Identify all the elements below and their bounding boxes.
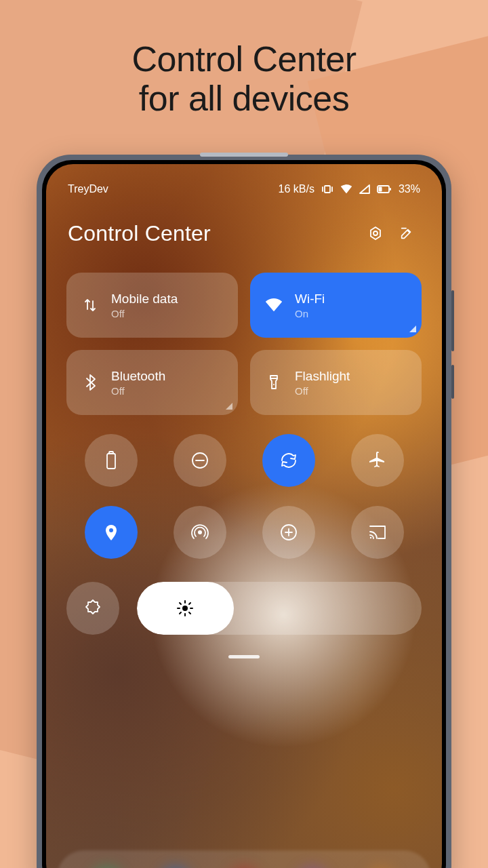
svg-rect-7 bbox=[109, 452, 113, 454]
phone-screen: TreyDev 16 kB/s 33% Control Center bbox=[46, 164, 442, 868]
status-battery-pct: 33% bbox=[399, 183, 420, 195]
svg-rect-6 bbox=[107, 454, 115, 469]
cast-icon bbox=[367, 524, 388, 541]
tile-label: Wi-Fi bbox=[295, 292, 325, 307]
phone-frame: TreyDev 16 kB/s 33% Control Center bbox=[37, 155, 451, 868]
toggle-auto-brightness[interactable] bbox=[66, 582, 119, 635]
airplane-icon bbox=[367, 450, 388, 471]
promo-headline: Control Center for all devices bbox=[0, 39, 488, 118]
toggle-battery-saver[interactable] bbox=[85, 434, 138, 487]
settings-button[interactable] bbox=[362, 220, 389, 247]
toggle-hotspot[interactable] bbox=[174, 506, 226, 559]
svg-rect-3 bbox=[390, 188, 391, 191]
flashlight-icon bbox=[264, 374, 284, 391]
tile-label: Flashlight bbox=[295, 369, 350, 384]
bluetooth-icon bbox=[80, 374, 100, 391]
tile-state: Off bbox=[111, 308, 178, 319]
svg-point-13 bbox=[182, 606, 188, 611]
rotate-icon bbox=[278, 450, 300, 471]
headline-line-1: Control Center bbox=[131, 39, 356, 79]
toggle-location[interactable] bbox=[85, 506, 138, 559]
toggle-data-saver[interactable] bbox=[262, 506, 315, 559]
expand-corner-icon bbox=[409, 326, 416, 332]
gear-hex-icon bbox=[367, 225, 384, 241]
expand-corner-icon bbox=[226, 403, 232, 410]
svg-point-5 bbox=[273, 384, 274, 385]
tile-label: Mobile data bbox=[111, 292, 178, 307]
sun-icon bbox=[176, 599, 194, 617]
wifi-icon bbox=[264, 298, 284, 313]
tile-flashlight[interactable]: Flashlight Off bbox=[250, 350, 422, 415]
tile-mobile-data[interactable]: Mobile data Off bbox=[66, 273, 238, 338]
tile-state: Off bbox=[111, 385, 165, 397]
status-carrier: TreyDev bbox=[68, 183, 108, 195]
svg-point-12 bbox=[369, 537, 371, 538]
phone-volume-button bbox=[451, 290, 454, 351]
hotspot-icon bbox=[190, 522, 210, 542]
dock-blur bbox=[57, 850, 431, 868]
toggle-cast[interactable] bbox=[351, 506, 404, 559]
toggle-auto-rotate[interactable] bbox=[262, 434, 315, 487]
status-bar: TreyDev 16 kB/s 33% bbox=[46, 183, 442, 195]
data-arrows-icon bbox=[80, 297, 100, 313]
toggle-dnd[interactable] bbox=[174, 434, 226, 487]
phone-speaker bbox=[200, 153, 288, 157]
battery-status-icon bbox=[377, 184, 392, 194]
panel-title: Control Center bbox=[68, 221, 358, 246]
dnd-icon bbox=[190, 450, 210, 471]
svg-point-9 bbox=[109, 528, 113, 532]
datasaver-icon bbox=[279, 522, 299, 542]
svg-point-10 bbox=[198, 530, 202, 534]
svg-rect-0 bbox=[325, 186, 330, 193]
circle-grid bbox=[66, 434, 422, 559]
brightness-auto-icon bbox=[83, 598, 103, 618]
wifi-status-icon bbox=[340, 184, 352, 194]
location-icon bbox=[103, 522, 119, 542]
battery-icon bbox=[104, 450, 118, 471]
toggle-airplane[interactable] bbox=[351, 434, 404, 487]
svg-point-4 bbox=[373, 231, 378, 235]
tile-bluetooth[interactable]: Bluetooth Off bbox=[66, 350, 238, 415]
brightness-slider-fill bbox=[137, 582, 234, 635]
svg-rect-2 bbox=[378, 187, 382, 192]
headline-line-2: for all devices bbox=[139, 79, 349, 118]
tile-state: Off bbox=[295, 385, 350, 397]
phone-power-button bbox=[451, 365, 454, 399]
vibrate-icon bbox=[321, 184, 333, 194]
edit-button[interactable] bbox=[393, 220, 420, 247]
tile-wifi[interactable]: Wi-Fi On bbox=[250, 273, 422, 338]
tile-state: On bbox=[295, 308, 325, 319]
tile-label: Bluetooth bbox=[111, 369, 165, 384]
signal-icon bbox=[359, 184, 370, 194]
panel-titlebar: Control Center bbox=[46, 220, 442, 247]
panel-drag-handle[interactable] bbox=[228, 655, 260, 658]
brightness-row bbox=[66, 582, 422, 635]
status-netspeed: 16 kB/s bbox=[279, 183, 314, 195]
brightness-slider[interactable] bbox=[137, 582, 422, 635]
edit-icon bbox=[399, 226, 414, 241]
tile-grid: Mobile data Off Wi-Fi On bbox=[66, 273, 422, 415]
